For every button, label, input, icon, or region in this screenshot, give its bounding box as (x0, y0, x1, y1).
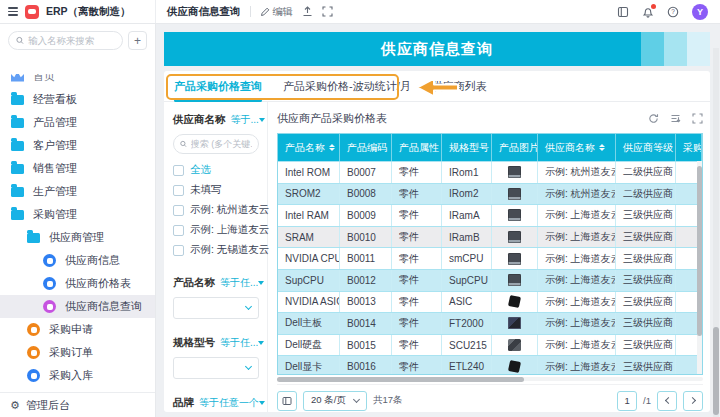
filter-option[interactable]: 未填写 (173, 181, 259, 199)
tab-1[interactable]: 产品采购价格查询 (174, 71, 262, 102)
refresh-icon[interactable] (648, 113, 659, 124)
column-label: 供应商名称 (545, 141, 595, 155)
column-header[interactable]: 产品图片 (492, 134, 538, 161)
sidebar-item-9[interactable]: 供应商价格表 (0, 272, 155, 295)
table-row[interactable]: Intel ROMB0007零件IRom1示例: 杭州道友云二级供应商 (278, 161, 702, 183)
page-number-input[interactable]: 1 (617, 391, 637, 411)
tab-2[interactable]: 产品采购价格-波动统计/月 (283, 71, 411, 102)
prev-page-button[interactable] (657, 391, 677, 411)
sidebar-item-10[interactable]: 供应商信息查询 (0, 295, 155, 318)
sidebar-item-label: 客户管理 (33, 138, 77, 153)
sidebar-item-12[interactable]: 采购订单 (0, 341, 155, 364)
content-card: 产品采购价格查询产品采购价格-波动统计/月供应商列表 供应商名称 等于... (164, 71, 710, 412)
checkbox[interactable] (173, 245, 184, 256)
filter-operator[interactable]: 等于任... (220, 276, 258, 290)
sidebar-item-11[interactable]: 采购申请 (0, 318, 155, 341)
filter-operator[interactable]: 等于任意一个 (199, 396, 259, 410)
filter-option[interactable]: 示例: 杭州道友云 (173, 201, 259, 219)
table-row[interactable]: NVIDIA CPUB0011零件smCPU示例: 上海道友云三级供应商 (278, 247, 702, 269)
gear-icon: ⚙ (10, 400, 20, 411)
filter-search-input[interactable] (191, 139, 252, 149)
share-button[interactable] (302, 6, 313, 17)
admin-backend-button[interactable]: ⚙ 管理后台 (0, 392, 155, 417)
docs-button[interactable] (617, 6, 629, 18)
table-row[interactable]: Dell硬盘B0015零件SCU215示例: 上海道友云三级供应商 (278, 334, 702, 356)
grid-vertical-scrollbar[interactable] (697, 161, 702, 374)
filter-operator[interactable]: 等于任... (220, 336, 258, 350)
user-avatar[interactable]: Y (692, 4, 708, 20)
chevron-down-icon[interactable] (258, 341, 264, 345)
chevron-down-icon[interactable] (258, 281, 264, 285)
sidebar-item-1[interactable]: 经营看板 (0, 88, 155, 111)
edit-button[interactable]: 编辑 (260, 5, 293, 19)
column-header[interactable]: 产品属性 (392, 134, 442, 161)
table-row[interactable]: Dell主板B0014零件FT2000示例: 上海道友云三级供应商 (278, 312, 702, 334)
cell-code: B0009 (340, 205, 392, 226)
table-row[interactable]: SRAMB0010零件IRamB示例: 上海道友云三级供应商 (278, 226, 702, 248)
doc-circle-icon (43, 254, 56, 267)
filter-operator[interactable]: 等于... (231, 113, 259, 127)
panel-icon (282, 396, 292, 406)
table-row[interactable]: NVIDIA ASICB0013零件ASIC示例: 上海道友云三级供应商 (278, 291, 702, 313)
sidebar-item-6[interactable]: 采购管理 (0, 203, 155, 226)
hamburger-menu-icon[interactable] (8, 7, 18, 16)
column-header[interactable]: 产品名称 (278, 134, 340, 161)
sidebar-item-5[interactable]: 生产管理 (0, 180, 155, 203)
sidebar-item-8[interactable]: 供应商信息 (0, 249, 155, 272)
cell-img (492, 313, 538, 334)
sort-icon[interactable] (329, 144, 335, 152)
add-button[interactable]: + (128, 31, 147, 50)
column-label: 产品图片 (499, 141, 538, 155)
table-header-row: 供应商产品采购价格表 (277, 111, 703, 126)
help-button[interactable]: ? (667, 6, 679, 18)
toggle-view-button[interactable] (277, 391, 297, 411)
cell-level: 三级供应商 (616, 270, 676, 291)
column-header[interactable]: 产品编码 (340, 134, 392, 161)
sidebar-item-label: 采购订单 (49, 345, 93, 360)
cell-supplier: 示例: 上海道友云 (538, 270, 616, 291)
doc-circle-icon (27, 323, 40, 336)
next-page-button[interactable] (683, 391, 703, 411)
sort-icon[interactable] (599, 144, 605, 152)
filter-option[interactable]: 全选 (173, 161, 259, 179)
sidebar-item-7[interactable]: 供应商管理 (0, 226, 155, 249)
filter-select[interactable] (173, 357, 259, 379)
filter-option[interactable]: 示例: 无锡道友云 (173, 241, 259, 259)
checkbox[interactable] (173, 165, 184, 176)
fullscreen-icon (322, 6, 333, 17)
cell-spec: IRom2 (442, 184, 492, 205)
sidebar-item-4[interactable]: 销售管理 (0, 157, 155, 180)
sidebar-search-input[interactable] (28, 35, 115, 46)
sidebar-item-2[interactable]: 产品管理 (0, 111, 155, 134)
table-row[interactable]: SROM2B0008零件IRom2示例: 杭州道友云二级供应商 (278, 183, 702, 205)
filter-select[interactable] (173, 297, 259, 319)
chevron-down-icon[interactable] (259, 118, 265, 122)
column-header[interactable]: 供应商名称 (538, 134, 616, 161)
page-scrollbar[interactable] (713, 48, 719, 417)
expand-icon[interactable] (692, 113, 703, 124)
checkbox[interactable] (173, 185, 184, 196)
grid-horizontal-scrollbar[interactable] (277, 377, 703, 382)
page-size-select[interactable]: 20 条/页 (303, 391, 367, 411)
product-image (508, 339, 521, 351)
notifications-button[interactable] (642, 6, 654, 18)
filter-search[interactable] (173, 134, 259, 154)
checkbox[interactable] (173, 205, 184, 216)
product-image (508, 188, 521, 200)
chevron-down-icon[interactable] (259, 401, 265, 405)
sidebar-search[interactable] (8, 31, 123, 50)
sidebar-item-3[interactable]: 客户管理 (0, 134, 155, 157)
column-header[interactable]: 采购 (676, 134, 702, 161)
sidebar-item-0[interactable]: 首页 (0, 74, 155, 88)
fullscreen-button[interactable] (322, 6, 333, 17)
table-row[interactable]: Intel RAMB0009零件IRamA示例: 上海道友云三级供应商 (278, 204, 702, 226)
topbar-right: ? Y (617, 4, 720, 20)
table-row[interactable]: Dell显卡B0016零件ETL240示例: 上海道友云三级供应商 (278, 355, 702, 374)
column-settings-icon[interactable] (670, 113, 681, 124)
column-header[interactable]: 规格型号 (442, 134, 492, 161)
filter-option[interactable]: 示例: 上海道友云 (173, 221, 259, 239)
checkbox[interactable] (173, 225, 184, 236)
table-row[interactable]: SupCPUB0012零件SupCPU示例: 上海道友云三级供应商 (278, 269, 702, 291)
sidebar-item-13[interactable]: 采购入库 (0, 364, 155, 387)
column-header[interactable]: 供应商等级 (616, 134, 676, 161)
